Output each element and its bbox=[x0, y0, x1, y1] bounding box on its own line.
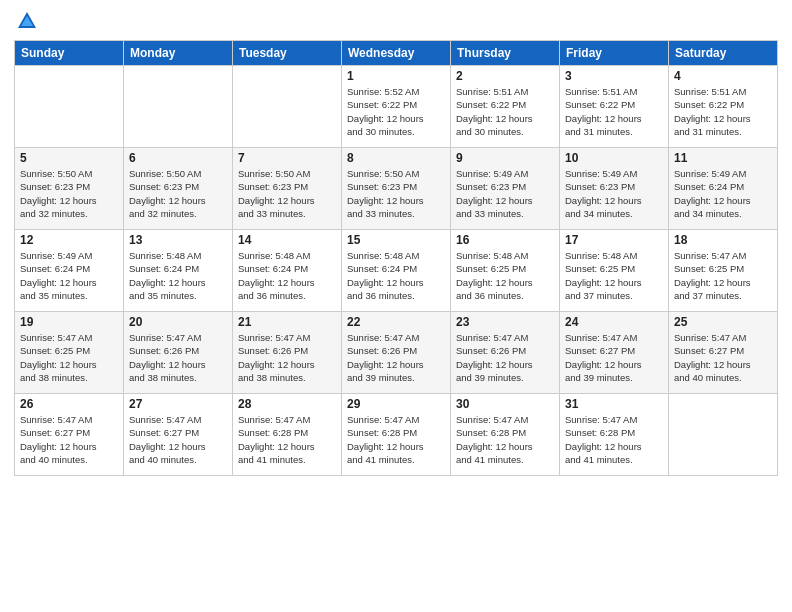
day-info: Sunrise: 5:47 AM Sunset: 6:27 PM Dayligh… bbox=[674, 331, 772, 384]
day-number: 15 bbox=[347, 233, 445, 247]
weekday-header-wednesday: Wednesday bbox=[342, 41, 451, 66]
calendar-cell: 4Sunrise: 5:51 AM Sunset: 6:22 PM Daylig… bbox=[669, 66, 778, 148]
day-info: Sunrise: 5:48 AM Sunset: 6:24 PM Dayligh… bbox=[129, 249, 227, 302]
day-number: 19 bbox=[20, 315, 118, 329]
calendar-cell: 1Sunrise: 5:52 AM Sunset: 6:22 PM Daylig… bbox=[342, 66, 451, 148]
day-info: Sunrise: 5:47 AM Sunset: 6:27 PM Dayligh… bbox=[20, 413, 118, 466]
day-number: 17 bbox=[565, 233, 663, 247]
day-info: Sunrise: 5:47 AM Sunset: 6:26 PM Dayligh… bbox=[456, 331, 554, 384]
day-number: 28 bbox=[238, 397, 336, 411]
day-info: Sunrise: 5:48 AM Sunset: 6:24 PM Dayligh… bbox=[238, 249, 336, 302]
day-number: 27 bbox=[129, 397, 227, 411]
day-number: 8 bbox=[347, 151, 445, 165]
calendar-cell: 19Sunrise: 5:47 AM Sunset: 6:25 PM Dayli… bbox=[15, 312, 124, 394]
day-number: 14 bbox=[238, 233, 336, 247]
calendar-cell: 22Sunrise: 5:47 AM Sunset: 6:26 PM Dayli… bbox=[342, 312, 451, 394]
day-number: 9 bbox=[456, 151, 554, 165]
weekday-header-friday: Friday bbox=[560, 41, 669, 66]
calendar-cell: 30Sunrise: 5:47 AM Sunset: 6:28 PM Dayli… bbox=[451, 394, 560, 476]
day-info: Sunrise: 5:47 AM Sunset: 6:26 PM Dayligh… bbox=[238, 331, 336, 384]
day-info: Sunrise: 5:49 AM Sunset: 6:24 PM Dayligh… bbox=[20, 249, 118, 302]
calendar-cell: 24Sunrise: 5:47 AM Sunset: 6:27 PM Dayli… bbox=[560, 312, 669, 394]
day-number: 16 bbox=[456, 233, 554, 247]
day-number: 21 bbox=[238, 315, 336, 329]
weekday-header-monday: Monday bbox=[124, 41, 233, 66]
day-number: 10 bbox=[565, 151, 663, 165]
week-row-1: 1Sunrise: 5:52 AM Sunset: 6:22 PM Daylig… bbox=[15, 66, 778, 148]
day-number: 20 bbox=[129, 315, 227, 329]
day-info: Sunrise: 5:47 AM Sunset: 6:28 PM Dayligh… bbox=[456, 413, 554, 466]
day-info: Sunrise: 5:51 AM Sunset: 6:22 PM Dayligh… bbox=[565, 85, 663, 138]
calendar-cell: 26Sunrise: 5:47 AM Sunset: 6:27 PM Dayli… bbox=[15, 394, 124, 476]
calendar-cell: 9Sunrise: 5:49 AM Sunset: 6:23 PM Daylig… bbox=[451, 148, 560, 230]
day-info: Sunrise: 5:47 AM Sunset: 6:26 PM Dayligh… bbox=[129, 331, 227, 384]
day-info: Sunrise: 5:47 AM Sunset: 6:28 PM Dayligh… bbox=[347, 413, 445, 466]
weekday-header-tuesday: Tuesday bbox=[233, 41, 342, 66]
day-number: 24 bbox=[565, 315, 663, 329]
logo-icon bbox=[16, 10, 38, 32]
week-row-5: 26Sunrise: 5:47 AM Sunset: 6:27 PM Dayli… bbox=[15, 394, 778, 476]
calendar-cell: 6Sunrise: 5:50 AM Sunset: 6:23 PM Daylig… bbox=[124, 148, 233, 230]
day-number: 30 bbox=[456, 397, 554, 411]
day-number: 25 bbox=[674, 315, 772, 329]
calendar-cell: 28Sunrise: 5:47 AM Sunset: 6:28 PM Dayli… bbox=[233, 394, 342, 476]
calendar-cell: 3Sunrise: 5:51 AM Sunset: 6:22 PM Daylig… bbox=[560, 66, 669, 148]
calendar-cell: 10Sunrise: 5:49 AM Sunset: 6:23 PM Dayli… bbox=[560, 148, 669, 230]
day-info: Sunrise: 5:48 AM Sunset: 6:25 PM Dayligh… bbox=[565, 249, 663, 302]
weekday-header-saturday: Saturday bbox=[669, 41, 778, 66]
week-row-3: 12Sunrise: 5:49 AM Sunset: 6:24 PM Dayli… bbox=[15, 230, 778, 312]
calendar-cell bbox=[124, 66, 233, 148]
calendar: SundayMondayTuesdayWednesdayThursdayFrid… bbox=[14, 40, 778, 476]
weekday-header-thursday: Thursday bbox=[451, 41, 560, 66]
day-number: 4 bbox=[674, 69, 772, 83]
calendar-cell bbox=[15, 66, 124, 148]
day-number: 31 bbox=[565, 397, 663, 411]
calendar-cell: 15Sunrise: 5:48 AM Sunset: 6:24 PM Dayli… bbox=[342, 230, 451, 312]
calendar-cell: 13Sunrise: 5:48 AM Sunset: 6:24 PM Dayli… bbox=[124, 230, 233, 312]
calendar-cell: 20Sunrise: 5:47 AM Sunset: 6:26 PM Dayli… bbox=[124, 312, 233, 394]
day-info: Sunrise: 5:50 AM Sunset: 6:23 PM Dayligh… bbox=[347, 167, 445, 220]
calendar-cell: 21Sunrise: 5:47 AM Sunset: 6:26 PM Dayli… bbox=[233, 312, 342, 394]
calendar-cell: 14Sunrise: 5:48 AM Sunset: 6:24 PM Dayli… bbox=[233, 230, 342, 312]
calendar-cell: 11Sunrise: 5:49 AM Sunset: 6:24 PM Dayli… bbox=[669, 148, 778, 230]
weekday-header-sunday: Sunday bbox=[15, 41, 124, 66]
calendar-cell: 5Sunrise: 5:50 AM Sunset: 6:23 PM Daylig… bbox=[15, 148, 124, 230]
calendar-cell: 12Sunrise: 5:49 AM Sunset: 6:24 PM Dayli… bbox=[15, 230, 124, 312]
day-info: Sunrise: 5:51 AM Sunset: 6:22 PM Dayligh… bbox=[456, 85, 554, 138]
page: SundayMondayTuesdayWednesdayThursdayFrid… bbox=[0, 0, 792, 612]
logo bbox=[14, 10, 40, 32]
day-info: Sunrise: 5:49 AM Sunset: 6:23 PM Dayligh… bbox=[456, 167, 554, 220]
day-number: 12 bbox=[20, 233, 118, 247]
calendar-cell: 16Sunrise: 5:48 AM Sunset: 6:25 PM Dayli… bbox=[451, 230, 560, 312]
calendar-cell bbox=[669, 394, 778, 476]
weekday-header-row: SundayMondayTuesdayWednesdayThursdayFrid… bbox=[15, 41, 778, 66]
calendar-cell: 8Sunrise: 5:50 AM Sunset: 6:23 PM Daylig… bbox=[342, 148, 451, 230]
day-number: 22 bbox=[347, 315, 445, 329]
day-number: 3 bbox=[565, 69, 663, 83]
day-info: Sunrise: 5:47 AM Sunset: 6:27 PM Dayligh… bbox=[565, 331, 663, 384]
calendar-cell: 7Sunrise: 5:50 AM Sunset: 6:23 PM Daylig… bbox=[233, 148, 342, 230]
calendar-cell: 31Sunrise: 5:47 AM Sunset: 6:28 PM Dayli… bbox=[560, 394, 669, 476]
calendar-cell: 25Sunrise: 5:47 AM Sunset: 6:27 PM Dayli… bbox=[669, 312, 778, 394]
calendar-cell bbox=[233, 66, 342, 148]
day-info: Sunrise: 5:50 AM Sunset: 6:23 PM Dayligh… bbox=[238, 167, 336, 220]
day-info: Sunrise: 5:47 AM Sunset: 6:27 PM Dayligh… bbox=[129, 413, 227, 466]
day-info: Sunrise: 5:47 AM Sunset: 6:28 PM Dayligh… bbox=[238, 413, 336, 466]
day-number: 6 bbox=[129, 151, 227, 165]
day-number: 29 bbox=[347, 397, 445, 411]
calendar-cell: 23Sunrise: 5:47 AM Sunset: 6:26 PM Dayli… bbox=[451, 312, 560, 394]
calendar-cell: 17Sunrise: 5:48 AM Sunset: 6:25 PM Dayli… bbox=[560, 230, 669, 312]
day-number: 13 bbox=[129, 233, 227, 247]
day-info: Sunrise: 5:49 AM Sunset: 6:23 PM Dayligh… bbox=[565, 167, 663, 220]
day-number: 5 bbox=[20, 151, 118, 165]
week-row-4: 19Sunrise: 5:47 AM Sunset: 6:25 PM Dayli… bbox=[15, 312, 778, 394]
day-info: Sunrise: 5:48 AM Sunset: 6:25 PM Dayligh… bbox=[456, 249, 554, 302]
day-info: Sunrise: 5:49 AM Sunset: 6:24 PM Dayligh… bbox=[674, 167, 772, 220]
day-info: Sunrise: 5:47 AM Sunset: 6:25 PM Dayligh… bbox=[674, 249, 772, 302]
day-number: 2 bbox=[456, 69, 554, 83]
day-number: 11 bbox=[674, 151, 772, 165]
day-info: Sunrise: 5:48 AM Sunset: 6:24 PM Dayligh… bbox=[347, 249, 445, 302]
day-number: 26 bbox=[20, 397, 118, 411]
calendar-cell: 29Sunrise: 5:47 AM Sunset: 6:28 PM Dayli… bbox=[342, 394, 451, 476]
day-info: Sunrise: 5:47 AM Sunset: 6:28 PM Dayligh… bbox=[565, 413, 663, 466]
